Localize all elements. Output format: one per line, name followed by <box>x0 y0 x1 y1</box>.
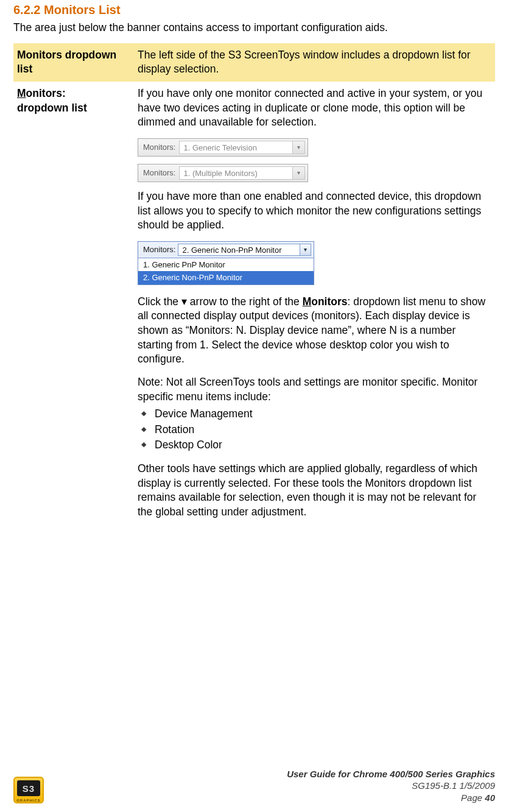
row-term-underline: M <box>17 87 26 99</box>
section-title: Monitors List <box>44 3 121 16</box>
table-row: Monitors dropdown list The left side of … <box>13 43 495 82</box>
dropdown-value: 1. Generic Television <box>179 141 293 154</box>
dropdown-label: Monitors: <box>138 142 179 153</box>
logo-subtext: GRAPHICS <box>13 799 44 802</box>
highlight-term: Monitors dropdown list <box>13 43 134 82</box>
dropdown-list: 1. Generic PnP Monitor 2. Generic Non-Pn… <box>138 258 314 284</box>
chevron-down-icon: ▾ <box>293 141 305 154</box>
page-footer: S3 GRAPHICS User Guide for Chrome 400/50… <box>13 768 495 804</box>
list-item: Rotation <box>138 422 491 438</box>
text-span: arrow to the right of the <box>187 295 303 308</box>
bullet-list: Device Management Rotation Desktop Color <box>138 406 491 453</box>
footer-title: User Guide for Chrome 400/500 Series Gra… <box>287 768 495 780</box>
text-span: Click the <box>138 295 181 308</box>
text-span: onitors <box>311 295 347 308</box>
monitors-dropdown-disabled-2: Monitors: 1. (Multiple Monitors) ▾ <box>138 164 308 182</box>
row-term-rest: onitors: <box>26 87 66 99</box>
page-number: 40 <box>485 793 495 803</box>
list-item: Desktop Color <box>138 437 491 453</box>
definition-table: Monitors dropdown list The left side of … <box>13 43 495 533</box>
dropdown-option-selected[interactable]: 2. Generic Non-PnP Monitor <box>138 271 314 284</box>
row-content: If you have only one monitor connected a… <box>134 82 495 533</box>
section-number: 6.2.2 <box>13 3 40 16</box>
logo-text: S3 <box>17 780 40 796</box>
table-row: Monitors: dropdown list If you have only… <box>13 82 495 533</box>
text-underline: M <box>303 295 312 308</box>
dropdown-selected-value: 2. Generic Non-PnP Monitor <box>178 244 300 256</box>
dropdown-label: Monitors: <box>138 168 179 178</box>
paragraph: If you have more than one enabled and co… <box>138 189 491 233</box>
note-paragraph: Note: Not all ScreenToys tools and setti… <box>138 375 491 404</box>
footer-meta: User Guide for Chrome 400/500 Series Gra… <box>287 768 495 804</box>
paragraph: Other tools have settings which are appl… <box>138 462 491 520</box>
row-term: Monitors: dropdown list <box>13 82 134 533</box>
down-arrow-icon: ▾ <box>181 295 187 308</box>
dropdown-option[interactable]: 1. Generic PnP Monitor <box>138 258 314 272</box>
footer-sub: SG195-B.1 1/5/2009 <box>287 780 495 792</box>
dropdown-header[interactable]: Monitors: 2. Generic Non-PnP Monitor ▾ <box>138 242 314 258</box>
monitors-dropdown-open[interactable]: Monitors: 2. Generic Non-PnP Monitor ▾ 1… <box>138 241 314 285</box>
paragraph: If you have only one monitor connected a… <box>138 86 491 130</box>
section-heading: 6.2.2 Monitors List <box>13 3 495 17</box>
row-term-line2: dropdown list <box>17 102 87 114</box>
chevron-down-icon[interactable]: ▾ <box>300 244 311 256</box>
dropdown-label: Monitors: <box>138 244 178 255</box>
footer-page: Page 40 <box>287 792 495 804</box>
highlight-desc: The left side of the S3 ScreenToys windo… <box>134 43 495 82</box>
page-label: Page <box>461 793 485 803</box>
paragraph: Click the ▾ arrow to the right of the Mo… <box>138 295 491 367</box>
section-intro: The area just below the banner contains … <box>13 21 495 35</box>
dropdown-value: 1. (Multiple Monitors) <box>179 166 293 180</box>
list-item: Device Management <box>138 406 491 422</box>
s3-logo: S3 GRAPHICS <box>13 777 44 803</box>
chevron-down-icon: ▾ <box>293 166 305 180</box>
monitors-dropdown-disabled-1: Monitors: 1. Generic Television ▾ <box>138 138 308 157</box>
